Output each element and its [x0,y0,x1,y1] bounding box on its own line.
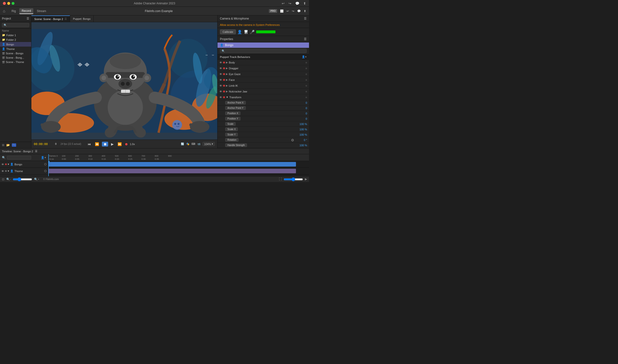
go-start-button[interactable]: ⏮ [87,142,92,146]
scale-button[interactable]: Scale [225,122,236,126]
eye-icon[interactable]: 👁 [1,170,4,173]
layers-icon[interactable]: ⊞ [2,143,4,147]
zoom-in-icon[interactable]: 🔍+ [34,178,39,181]
add-track-icon[interactable]: 👤+ [41,156,46,159]
nav-record[interactable]: Record [19,8,34,14]
timeline-playhead[interactable] [48,161,49,176]
zoom-slider[interactable] [13,177,32,181]
sidebar-item-folder1[interactable]: 📁 Folder 1 [0,33,31,38]
refresh-icon[interactable]: 🔄 [181,143,184,145]
ps-icon[interactable]: Ps [12,143,16,147]
eye-icon[interactable]: 👁 [219,84,222,87]
track-body[interactable]: 👁 ▶ Body ≡ [218,60,309,65]
cam-mic-menu-icon[interactable]: ☰ [304,17,307,20]
add-track-icon[interactable]: 👤+ [302,55,307,58]
export-icon[interactable]: ⬆ [303,1,306,5]
close-button[interactable] [3,2,6,5]
tab-scene[interactable]: Scene: Scene - Bongo 2 ☰ [31,15,70,22]
eye-icon[interactable]: 👁 [219,90,222,93]
folder-open-icon[interactable]: 📂 [6,143,10,147]
chevron-down-icon[interactable]: ▼ [226,96,228,99]
chevron-right-icon[interactable]: ▶ [226,67,228,69]
fit-icon[interactable]: ⊡ [2,178,4,181]
maximize-button[interactable] [12,2,14,5]
track-limb-ik[interactable]: 👁 ▶ Limb IK ≡ [218,83,309,89]
timeline-search-input[interactable] [7,156,31,159]
track-eye-gaze[interactable]: 👁 ▶ Eye Gaze ≡ [218,71,309,77]
home-button[interactable]: ⌂ [3,9,5,13]
props-menu-icon[interactable]: ☰ [304,38,307,41]
play-button[interactable]: ▶ [110,142,115,146]
zoom-out-icon[interactable]: 🔍- [6,178,11,181]
pos-y-button[interactable]: Position Y [225,117,240,120]
track-options-icon[interactable]: ⬡ [44,169,47,173]
sidebar-item-scene-thorne[interactable]: 🎬 Scene - Thorne [0,60,31,64]
undo-icon[interactable]: ↩ [282,1,285,5]
scale-x-button[interactable]: Scale X [225,128,238,131]
eye-icon[interactable]: 👁 [219,96,222,99]
undo-nav-icon[interactable]: ↩ [286,9,289,13]
track-menu-icon[interactable]: ≡ [306,96,307,99]
track-dragger[interactable]: 👁 ▶ Dragger ≡ [218,65,309,71]
puppet-selector[interactable]: 👤 Bongo [218,42,309,48]
redo-nav-icon[interactable]: ↪ [292,9,294,13]
minimize-button[interactable] [7,2,10,5]
keyboard-icon[interactable]: ⌨ [192,143,195,145]
calibrate-button[interactable]: Calibrate [220,29,236,34]
share-icon[interactable]: ⬆ [304,9,306,13]
rotation-button[interactable]: Rotation [225,138,239,142]
track-nutcracker-jaw[interactable]: 👁 ▶ Nutcracker Jaw ≡ [218,89,309,94]
tab-puppet[interactable]: Puppet: Bongo [70,15,94,22]
chevron-right-icon[interactable]: ▶ [226,84,228,87]
nav-rig[interactable]: Rig [9,8,18,14]
scale-y-button[interactable]: Scale Y [225,133,238,136]
eye-icon[interactable]: 👁 [1,163,4,166]
webcam-icon[interactable]: 📹 [197,143,201,145]
record-button[interactable]: ⏺ [125,142,128,146]
sidebar-search-input[interactable] [2,23,29,27]
chevron-right-icon[interactable]: ▶ [226,90,228,93]
track-menu-icon[interactable]: ≡ [306,67,307,70]
timeline-menu-icon[interactable]: ☰ [35,150,38,153]
step-forward-button[interactable]: ⏩ [116,142,123,146]
chevron-right-icon[interactable]: ▶ [226,61,228,64]
track-menu-icon[interactable]: ≡ [306,84,307,87]
pos-x-button[interactable]: Position X [225,112,240,115]
anchor-x-button[interactable]: Anchor Point X [225,101,246,104]
chevron-right-icon[interactable]: ▶ [226,78,228,81]
sidebar-item-folder2[interactable]: 📁 Folder 2 [0,38,31,42]
timeline-thorne-bar[interactable] [48,168,309,174]
stop-button[interactable]: ⏹ [102,142,108,146]
anchor-y-button[interactable]: Anchor Point Y [225,106,246,110]
redo-icon[interactable]: ↪ [288,1,291,5]
chevron-right-icon[interactable]: ▶ [226,73,228,75]
expand-icon[interactable]: ⛶ [279,177,282,181]
nav-stream[interactable]: Stream [34,8,49,14]
scroll-right-icon[interactable]: ▶ [305,177,307,181]
track-face[interactable]: 👁 ▶ Face ≡ [218,77,309,83]
zoom-control[interactable]: 104% ▾ [203,142,215,146]
chat-icon[interactable]: 💬 [295,1,299,5]
eye-icon[interactable]: 👁 [219,61,222,64]
eye-icon[interactable]: 👁 [219,67,222,70]
viewport-canvas[interactable]: ↔ ↔ [31,22,217,140]
step-back-button[interactable]: ⏪ [94,142,100,146]
track-expand-icon[interactable]: ▾ [8,169,9,173]
track-transform[interactable]: 👁 ▼ Transform ≡ [218,94,309,100]
scroll-bar[interactable] [284,177,303,181]
eye-icon[interactable]: 👁 [219,73,222,76]
track-menu-icon[interactable]: ≡ [306,61,307,64]
timeline-bongo-bar[interactable] [48,161,309,168]
window-icon[interactable]: ⬜ [280,9,284,13]
puppet-move-icon[interactable]: 🎭 [186,143,190,145]
sidebar-item-thorne[interactable]: 👤 Thorne [0,47,31,51]
sidebar-item-bongo[interactable]: 👤 Bongo [0,42,31,47]
track-options-icon[interactable]: ⬡ [44,163,47,166]
sidebar-menu-icon[interactable]: ☰ [26,17,29,20]
track-menu-icon[interactable]: ≡ [306,90,307,93]
comments-icon[interactable]: 💬 [297,9,301,13]
scene-tab-menu-icon[interactable]: ☰ [64,17,67,21]
sidebar-item-scene-bong2[interactable]: 🎬 Scene - Bong... [0,55,31,60]
track-menu-icon[interactable]: ≡ [306,73,307,76]
props-search-input[interactable] [220,49,307,53]
